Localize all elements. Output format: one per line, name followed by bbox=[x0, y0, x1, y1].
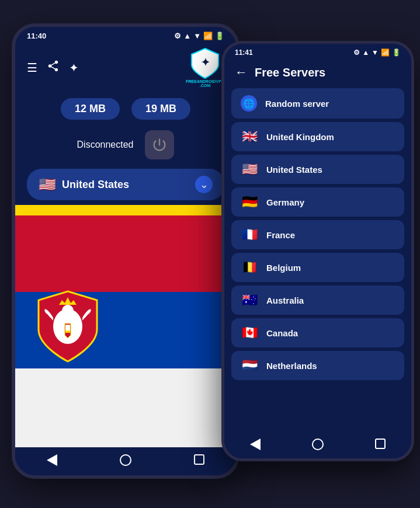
coat-of-arms-svg bbox=[33, 288, 103, 364]
server-name-random: Random server bbox=[265, 99, 329, 109]
recents-nav-button[interactable] bbox=[194, 454, 204, 465]
selected-country-flag: 🇺🇸 bbox=[39, 176, 56, 193]
signal-icon-2: 📶 bbox=[381, 48, 390, 57]
signal-icon-1: 📶 bbox=[203, 32, 213, 40]
wifi-icon-2: ▼ bbox=[372, 48, 379, 57]
home-nav-button-2[interactable] bbox=[312, 439, 324, 450]
svg-point-2 bbox=[62, 305, 74, 316]
globe-icon: 🌐 bbox=[241, 95, 257, 112]
svg-text:✦: ✦ bbox=[201, 57, 210, 68]
country-selector[interactable]: 🇺🇸 United States ⌄ bbox=[27, 169, 224, 200]
server-name-de: Germany bbox=[266, 197, 304, 207]
server-item-au[interactable]: 🇦🇺 Australia bbox=[231, 286, 404, 315]
logo-area: ✦ FREEANDROIDVPN.COM bbox=[186, 47, 224, 88]
server-name-au: Australia bbox=[266, 295, 304, 305]
time-display-1: 11:40 bbox=[27, 32, 46, 40]
serbia-flag bbox=[15, 205, 236, 447]
country-left: 🇺🇸 United States bbox=[39, 176, 129, 193]
logo-shield: ✦ bbox=[190, 47, 220, 79]
flag-uk: 🇬🇧 bbox=[241, 129, 258, 144]
server-item-be[interactable]: 🇧🇪 Belgium bbox=[231, 253, 404, 282]
server-name-fr: France bbox=[266, 230, 295, 240]
upload-stat: 19 MB bbox=[131, 98, 190, 120]
status-bar-2: 11:41 ⚙ ▲ ▼ 📶 🔋 bbox=[224, 44, 411, 59]
settings-icon-1: ⚙ bbox=[174, 32, 181, 40]
status-icons-2: ⚙ ▲ ▼ 📶 🔋 bbox=[353, 48, 401, 57]
bottom-nav-2 bbox=[224, 433, 411, 458]
server-name-us: United States bbox=[266, 165, 322, 175]
back-nav-button[interactable] bbox=[47, 454, 57, 466]
server-list: 🌐 Random server 🇬🇧 United Kingdom 🇺🇸 Uni… bbox=[224, 88, 411, 433]
server-name-be: Belgium bbox=[266, 263, 301, 273]
svg-rect-3 bbox=[65, 325, 68, 330]
location-icon-2: ▲ bbox=[362, 48, 369, 57]
bottom-nav-1 bbox=[15, 447, 236, 475]
left-nav-icons: ☰ ✦ bbox=[27, 60, 79, 75]
top-nav-1: ☰ ✦ ✦ FREEANDROIDVPN.COM bbox=[15, 43, 236, 92]
server-item-fr[interactable]: 🇫🇷 France bbox=[231, 220, 404, 249]
location-icon-1: ▲ bbox=[183, 32, 191, 40]
server-name-ca: Canada bbox=[266, 328, 298, 338]
phone1: 11:40 ⚙ ▲ ▼ 📶 🔋 ☰ ✦ bbox=[12, 23, 239, 479]
flag-yellow-top bbox=[15, 205, 236, 215]
share-icon[interactable] bbox=[47, 60, 60, 75]
coat-of-arms bbox=[33, 215, 103, 437]
flag-fr: 🇫🇷 bbox=[241, 227, 258, 242]
svg-rect-4 bbox=[68, 325, 70, 330]
menu-icon[interactable]: ☰ bbox=[27, 61, 37, 75]
settings-icon-2: ⚙ bbox=[353, 48, 360, 57]
flag-de: 🇩🇪 bbox=[241, 194, 258, 210]
server-item-uk[interactable]: 🇬🇧 United Kingdom bbox=[231, 122, 404, 151]
selected-country-name: United States bbox=[62, 179, 129, 191]
time-display-2: 11:41 bbox=[235, 48, 253, 57]
stats-row: 12 MB 19 MB bbox=[15, 92, 236, 126]
power-button[interactable] bbox=[145, 130, 174, 159]
server-name-uk: United Kingdom bbox=[266, 132, 334, 142]
recents-nav-button-2[interactable] bbox=[375, 439, 386, 449]
server-list-title: Free Servers bbox=[255, 66, 325, 79]
flag-us: 🇺🇸 bbox=[241, 162, 258, 177]
status-icons-1: ⚙ ▲ ▼ 📶 🔋 bbox=[174, 32, 224, 40]
back-button[interactable]: ← bbox=[235, 65, 248, 80]
connection-status: Disconnected bbox=[77, 140, 134, 150]
flag-nl: 🇳🇱 bbox=[241, 358, 258, 373]
wifi-icon-1: ▼ bbox=[193, 32, 201, 40]
flag-ca: 🇨🇦 bbox=[241, 325, 258, 340]
chevron-down-icon: ⌄ bbox=[195, 176, 213, 193]
home-nav-button[interactable] bbox=[120, 454, 131, 466]
server-item-random[interactable]: 🌐 Random server bbox=[231, 88, 404, 119]
stars-icon[interactable]: ✦ bbox=[69, 61, 79, 75]
status-bar-1: 11:40 ⚙ ▲ ▼ 📶 🔋 bbox=[15, 27, 236, 43]
battery-icon-1: 🔋 bbox=[215, 32, 224, 40]
server-item-de[interactable]: 🇩🇪 Germany bbox=[231, 187, 404, 217]
battery-icon-2: 🔋 bbox=[392, 48, 401, 57]
back-nav-button-2[interactable] bbox=[250, 439, 261, 450]
server-item-nl[interactable]: 🇳🇱 Netherlands bbox=[231, 351, 404, 380]
disconnect-row: Disconnected bbox=[15, 126, 236, 164]
download-stat: 12 MB bbox=[61, 98, 120, 120]
server-item-ca[interactable]: 🇨🇦 Canada bbox=[231, 318, 404, 347]
logo-text: FREEANDROIDVPN.COM bbox=[186, 79, 224, 88]
flag-be: 🇧🇪 bbox=[241, 260, 258, 275]
flag-display bbox=[15, 205, 236, 447]
svg-rect-5 bbox=[65, 330, 70, 333]
server-item-us[interactable]: 🇺🇸 United States bbox=[231, 155, 404, 184]
phone2: 11:41 ⚙ ▲ ▼ 📶 🔋 ← Free Servers 🌐 Random … bbox=[221, 41, 414, 461]
flag-au: 🇦🇺 bbox=[241, 293, 258, 308]
server-list-header: ← Free Servers bbox=[224, 59, 411, 88]
server-name-nl: Netherlands bbox=[266, 361, 317, 371]
